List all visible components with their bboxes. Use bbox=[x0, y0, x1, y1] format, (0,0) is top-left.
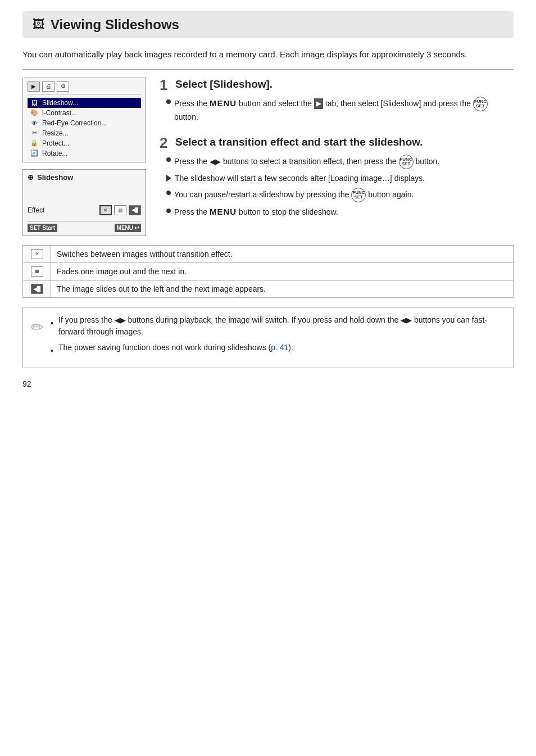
slideshow-settings-label: Slideshow bbox=[37, 173, 73, 182]
bullet-circle-icon-2d bbox=[166, 209, 171, 213]
protect-label: Protect... bbox=[42, 139, 69, 147]
slide-label: ◀█ bbox=[33, 286, 40, 292]
effect-icons: ✕ ▦ ◀█ bbox=[99, 205, 141, 215]
note-bullet-1-icon: • bbox=[51, 318, 55, 330]
arrow-lr-icon-1: ◀▶ bbox=[210, 157, 221, 165]
step-1-bullet-1: Press the MENU button and select the ▶ t… bbox=[166, 97, 514, 123]
note-bullet-2-icon: • bbox=[51, 345, 55, 357]
func-set-btn-step1: FUNCSET bbox=[473, 97, 488, 111]
menu-word-step2: MENU bbox=[210, 207, 237, 216]
icontrast-icon: 🎨 bbox=[30, 109, 39, 116]
menu-back-arrow-icon: ↩ bbox=[134, 225, 139, 231]
bullet-circle-icon-2c bbox=[166, 191, 171, 195]
note-list: • If you press the ◀▶ buttons during pla… bbox=[51, 314, 505, 357]
bullet-circle-icon-2a bbox=[166, 157, 171, 162]
menu-item-slideshow: 🖼 Slideshow... bbox=[28, 98, 141, 108]
note-pencil-icon: ✏ bbox=[31, 315, 44, 361]
no-fx-icon: ✕ bbox=[31, 249, 43, 259]
effect-label: Effect bbox=[28, 206, 44, 214]
note-item-1-text: If you press the ◀▶ buttons during playb… bbox=[58, 314, 505, 338]
func-set-btn-step2c: FUNCSET bbox=[351, 188, 366, 202]
resize-label: Resize... bbox=[42, 129, 69, 137]
step-2-bullet-4-text: Press the MENU button to stop the slides… bbox=[174, 206, 338, 219]
set-label: SET bbox=[30, 225, 40, 231]
step-2-title: Select a transition effect and start the… bbox=[175, 135, 423, 150]
step-2-bullet-1: Press the ◀▶ buttons to select a transit… bbox=[166, 155, 514, 169]
step-1-header: 1 Select [Slideshow]. bbox=[160, 78, 514, 92]
tab-print: 🖨 bbox=[42, 82, 54, 92]
table-row: ◀█ The image slides out to the left and … bbox=[23, 280, 514, 297]
bullet-circle-icon bbox=[166, 99, 171, 104]
section-divider bbox=[22, 69, 514, 70]
arrow-lr-note-icon: ◀▶ bbox=[115, 316, 126, 324]
main-layout: ▶ 🖨 ⚙ 🖼 Slideshow... 🎨 i-Contrast... 👁 R… bbox=[22, 78, 514, 236]
slideshow-label: Slideshow... bbox=[42, 99, 78, 107]
note-item-2: • The power saving function does not wor… bbox=[51, 342, 505, 357]
redeye-icon: 👁 bbox=[30, 120, 39, 126]
transition-desc-no-fx: Switches between images without transiti… bbox=[51, 245, 514, 262]
resize-icon: ✂ bbox=[30, 129, 39, 137]
step-2-bullet-4: Press the MENU button to stop the slides… bbox=[166, 206, 514, 219]
effect-fade-icon: ▦ bbox=[114, 205, 126, 215]
step-2-bullet-1-text: Press the ◀▶ buttons to select a transit… bbox=[174, 155, 439, 169]
rotate-label: Rotate... bbox=[42, 150, 67, 157]
slideshow-settings-icon: ⊕ bbox=[28, 173, 34, 182]
camera-menu-screen: ▶ 🖨 ⚙ 🖼 Slideshow... 🎨 i-Contrast... 👁 R… bbox=[22, 78, 146, 162]
icontrast-label: i-Contrast... bbox=[42, 109, 77, 117]
intro-paragraph: You can automatically play back images r… bbox=[22, 48, 514, 61]
step-2-bullets: Press the ◀▶ buttons to select a transit… bbox=[160, 155, 514, 219]
step-2-bullet-2: The slideshow will start a few seconds a… bbox=[166, 173, 514, 184]
menu-word-step1: MENU bbox=[210, 98, 237, 107]
menu-item-rotate: 🔄 Rotate... bbox=[28, 148, 141, 159]
menu-back-label: MENU bbox=[117, 225, 133, 231]
step-1-number: 1 bbox=[160, 78, 171, 92]
playback-tab-icon: ▶ bbox=[314, 98, 323, 109]
transition-table: ✕ Switches between images without transi… bbox=[22, 245, 514, 298]
title-bar: 🖼 Viewing Slideshows bbox=[22, 11, 514, 38]
set-start-button: SET Start bbox=[28, 224, 57, 232]
right-column: 1 Select [Slideshow]. Press the MENU but… bbox=[160, 78, 514, 236]
step-1-bullets: Press the MENU button and select the ▶ t… bbox=[160, 97, 514, 123]
effect-slide-icon: ◀█ bbox=[129, 205, 141, 215]
rotate-icon: 🔄 bbox=[30, 150, 39, 157]
redeye-label: Red-Eye Correction... bbox=[42, 119, 107, 127]
menu-item-icontrast: 🎨 i-Contrast... bbox=[28, 108, 141, 118]
left-column: ▶ 🖨 ⚙ 🖼 Slideshow... 🎨 i-Contrast... 👁 R… bbox=[22, 78, 146, 236]
transition-icon-slide: ◀█ bbox=[23, 280, 51, 297]
page-title: Viewing Slideshows bbox=[51, 17, 179, 33]
transition-icon-fade: ▦ bbox=[23, 262, 51, 280]
slideshow-icon: 🖼 bbox=[30, 99, 39, 106]
step-2-header: 2 Select a transition effect and start t… bbox=[160, 135, 514, 150]
note-content: • If you press the ◀▶ buttons during pla… bbox=[51, 314, 505, 361]
start-label: Start bbox=[42, 225, 55, 231]
slideshow-bottom-bar: SET Start MENU ↩ bbox=[28, 221, 141, 232]
note-item-2-text: The power saving function does not work … bbox=[58, 342, 293, 354]
step-2-number: 2 bbox=[160, 135, 171, 150]
step-2: 2 Select a transition effect and start t… bbox=[160, 135, 514, 219]
no-fx-label: ✕ bbox=[35, 251, 39, 257]
step-1-title: Select [Slideshow]. bbox=[175, 78, 272, 92]
step-2-bullet-2-text: The slideshow will start a few seconds a… bbox=[175, 173, 425, 184]
step-1-bullet-1-text: Press the MENU button and select the ▶ t… bbox=[174, 97, 514, 123]
menu-item-resize: ✂ Resize... bbox=[28, 128, 141, 138]
menu-item-redeye: 👁 Red-Eye Correction... bbox=[28, 118, 141, 128]
slideshow-screen-title: ⊕ Slideshow bbox=[28, 173, 141, 182]
fade-icon: ▦ bbox=[31, 266, 43, 277]
step-1: 1 Select [Slideshow]. Press the MENU but… bbox=[160, 78, 514, 123]
note-item-1: • If you press the ◀▶ buttons during pla… bbox=[51, 314, 505, 338]
page-link[interactable]: p. 41 bbox=[271, 343, 288, 352]
transition-desc-fade: Fades one image out and the next in. bbox=[51, 262, 514, 280]
table-row: ▦ Fades one image out and the next in. bbox=[23, 262, 514, 280]
step-2-bullet-3: You can pause/restart a slideshow by pre… bbox=[166, 188, 514, 202]
func-set-btn-step2a: FUNCSET bbox=[399, 155, 414, 169]
effect-row: Effect ✕ ▦ ◀█ bbox=[28, 205, 141, 215]
table-row: ✕ Switches between images without transi… bbox=[23, 245, 514, 262]
note-box: ✏ • If you press the ◀▶ buttons during p… bbox=[22, 307, 514, 368]
transition-icon-no-fx: ✕ bbox=[23, 245, 51, 262]
tab-playback: ▶ bbox=[28, 82, 40, 92]
page-number: 92 bbox=[22, 379, 514, 388]
slideshow-settings-screen: ⊕ Slideshow Effect ✕ ▦ ◀█ bbox=[22, 169, 146, 236]
effect-no-transition-icon: ✕ bbox=[99, 205, 112, 215]
step-2-bullet-3-text: You can pause/restart a slideshow by pre… bbox=[174, 188, 414, 202]
slideshow-title-icon: 🖼 bbox=[33, 17, 45, 32]
